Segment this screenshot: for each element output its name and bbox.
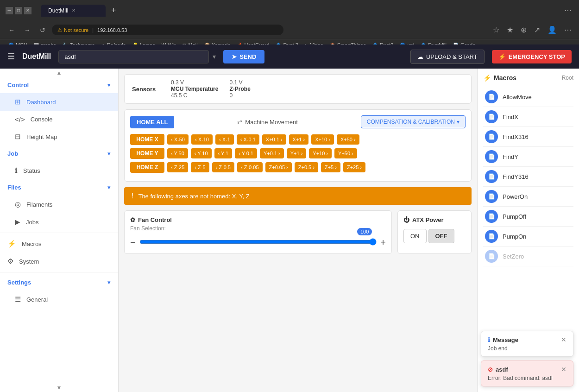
settings-chevron-icon: ▾ xyxy=(107,279,111,286)
sidebar-item-status[interactable]: ℹ Status xyxy=(0,162,118,179)
minimize-button[interactable]: ─ xyxy=(6,7,13,14)
home-x-button[interactable]: HOME X xyxy=(130,134,164,145)
macro-findy316[interactable]: 📄 FindY316 xyxy=(483,167,573,187)
active-tab[interactable]: DuetMill ✕ xyxy=(41,5,106,17)
sidebar-section-control[interactable]: Control ▾ xyxy=(0,77,118,93)
fan-slider[interactable] xyxy=(139,238,377,246)
y-minus-01-button[interactable]: ‹ Y-0.1 xyxy=(235,148,257,158)
back-button[interactable]: ← xyxy=(6,25,18,35)
macro-allowmove[interactable]: 📄 AllowMove xyxy=(483,87,573,107)
sidebar-section-files[interactable]: Files ▾ xyxy=(0,179,118,196)
x-minus-10-button[interactable]: ‹ X-10 xyxy=(191,134,213,145)
sidebar-item-macros[interactable]: ⚡ Macros xyxy=(0,235,118,253)
x-axis-row: HOME X ‹ X-50 ‹ X-10 ‹ X-1 ‹ X-0.1 X+0.1… xyxy=(130,134,466,145)
compensation-calibration-button[interactable]: COMPENSATION & CALIBRATION ▾ xyxy=(361,115,466,128)
sidebar-scroll-up[interactable]: ▲ xyxy=(57,70,62,76)
x-minus-01-button[interactable]: ‹ X-0.1 xyxy=(237,134,259,145)
more-icon[interactable]: ⋯ xyxy=(562,24,573,36)
job-chevron-icon: ▾ xyxy=(107,150,111,157)
home-all-button[interactable]: HOME ALL xyxy=(130,116,174,128)
new-tab-button[interactable]: + xyxy=(107,4,120,17)
maximize-button[interactable]: □ xyxy=(15,7,22,14)
z-plus-005-button[interactable]: Z+0.05 › xyxy=(265,162,292,172)
notif-message-close-button[interactable]: ✕ xyxy=(561,336,566,343)
x-minus-50-button[interactable]: ‹ X-50 xyxy=(167,134,189,145)
dashboard-label: Dashboard xyxy=(26,99,56,106)
fan-increase-button[interactable]: + xyxy=(380,237,386,248)
macro-findx[interactable]: 📄 FindX xyxy=(483,107,573,127)
z-plus-5-button[interactable]: Z+5 › xyxy=(321,162,340,172)
macro-setzero[interactable]: 📄 SetZero xyxy=(483,247,573,266)
y-minus-50-button[interactable]: ‹ Y-50 xyxy=(167,148,188,158)
macro-findy[interactable]: 📄 FindY xyxy=(483,147,573,167)
y-plus-50-button[interactable]: Y+50 › xyxy=(334,148,357,158)
sidebar-item-dashboard[interactable]: ⊞ Dashboard xyxy=(0,93,118,111)
menu-icon[interactable]: ⋯ xyxy=(562,4,573,17)
sidebar-item-system[interactable]: ⚙ System xyxy=(0,253,118,270)
forward-button[interactable]: → xyxy=(21,25,33,35)
favorites-icon[interactable]: ★ xyxy=(505,24,515,36)
hamburger-menu-button[interactable]: ☰ xyxy=(7,51,15,62)
macro-pumpoff-icon: 📄 xyxy=(485,210,498,223)
emergency-stop-button[interactable]: ⚡ EMERGENCY STOP xyxy=(492,50,572,63)
atx-on-button[interactable]: ON xyxy=(403,229,427,243)
star-icon[interactable]: ☆ xyxy=(491,24,501,36)
tab-close-icon[interactable]: ✕ xyxy=(72,8,76,13)
macro-findy316-icon: 📄 xyxy=(485,170,498,183)
share-icon[interactable]: ↗ xyxy=(532,24,542,36)
jobs-icon: ▶ xyxy=(15,218,20,226)
sidebar: ▲ Control ▾ ⊞ Dashboard </> Console ⊟ He… xyxy=(0,69,119,392)
sidebar-scroll-down[interactable]: ▼ xyxy=(57,385,62,391)
send-button[interactable]: ➤ SEND xyxy=(223,50,264,63)
x-plus-01-button[interactable]: X+0.1 › xyxy=(262,134,286,145)
z-minus-5-button[interactable]: ‹ Z-5 xyxy=(191,162,209,172)
sidebar-section-job[interactable]: Job ▾ xyxy=(0,145,118,162)
z-plus-25-button[interactable]: Z+25 › xyxy=(343,162,365,172)
macro-pumpoff[interactable]: 📄 PumpOff xyxy=(483,207,573,227)
general-label: General xyxy=(26,296,48,303)
macros-header: ⚡ Macros Root xyxy=(483,74,573,82)
sidebar-item-height-map[interactable]: ⊟ Height Map xyxy=(0,128,118,145)
macro-pumpoff-name: PumpOff xyxy=(503,213,526,220)
macro-poweron[interactable]: 📄 PowerOn xyxy=(483,187,573,207)
z-minus-005-button[interactable]: ‹ Z-0.05 xyxy=(237,162,263,172)
z-minus-05-button[interactable]: ‹ Z-0.5 xyxy=(212,162,234,172)
fan-decrease-button[interactable]: − xyxy=(130,237,136,248)
files-section-label: Files xyxy=(7,184,21,191)
home-y-button[interactable]: HOME Y xyxy=(130,148,164,159)
macro-pumpon[interactable]: 📄 PumpOn xyxy=(483,227,573,247)
x-plus-50-button[interactable]: X+50 › xyxy=(337,134,359,145)
sidebar-section-settings[interactable]: Settings ▾ xyxy=(0,274,118,291)
sidebar-item-filaments[interactable]: ◎ Filaments xyxy=(0,196,118,213)
refresh-button[interactable]: ↺ xyxy=(37,25,48,35)
upload-start-button[interactable]: ☁ UPLOAD & START xyxy=(410,50,485,64)
x-plus-10-button[interactable]: X+10 › xyxy=(311,134,334,145)
y-minus-1-button[interactable]: ‹ Y-1 xyxy=(214,148,233,158)
profile-icon[interactable]: 👤 xyxy=(546,24,559,36)
atx-off-button[interactable]: OFF xyxy=(428,229,454,243)
x-plus-1-button[interactable]: X+1 › xyxy=(289,134,309,145)
home-z-button[interactable]: HOME Z xyxy=(130,162,164,173)
z-minus-25-button[interactable]: ‹ Z-25 xyxy=(167,162,188,172)
macro-allowmove-icon: 📄 xyxy=(485,90,498,103)
sensor-voltage-1: 0.3 V xyxy=(171,79,184,86)
sidebar-item-general[interactable]: ☰ General xyxy=(0,291,118,308)
close-button[interactable]: ✕ xyxy=(24,7,31,14)
machine-movement-title: ⇄ Machine Movement xyxy=(237,119,297,126)
macro-findx316[interactable]: 📄 FindX316 xyxy=(483,127,573,147)
y-plus-10-button[interactable]: Y+10 › xyxy=(309,148,332,158)
y-plus-1-button[interactable]: Y+1 › xyxy=(287,148,307,158)
x-minus-1-button[interactable]: ‹ X-1 xyxy=(215,134,234,145)
settings-section-label: Settings xyxy=(7,279,31,286)
y-minus-10-button[interactable]: ‹ Y-10 xyxy=(191,148,212,158)
y-plus-01-button[interactable]: Y+0.1 › xyxy=(260,148,284,158)
command-input[interactable] xyxy=(58,50,209,63)
macros-panel-icon: ⚡ xyxy=(483,74,491,82)
warning-text: The following axes are not homed: X, Y, … xyxy=(138,193,249,200)
collections-icon[interactable]: ⊕ xyxy=(519,24,529,36)
sidebar-item-jobs[interactable]: ▶ Jobs xyxy=(0,213,118,231)
sidebar-item-console[interactable]: </> Console xyxy=(0,111,118,128)
z-plus-05-button[interactable]: Z+0.5 › xyxy=(295,162,318,172)
notif-error-close-button[interactable]: ✕ xyxy=(561,366,566,373)
system-icon: ⚙ xyxy=(7,257,13,266)
